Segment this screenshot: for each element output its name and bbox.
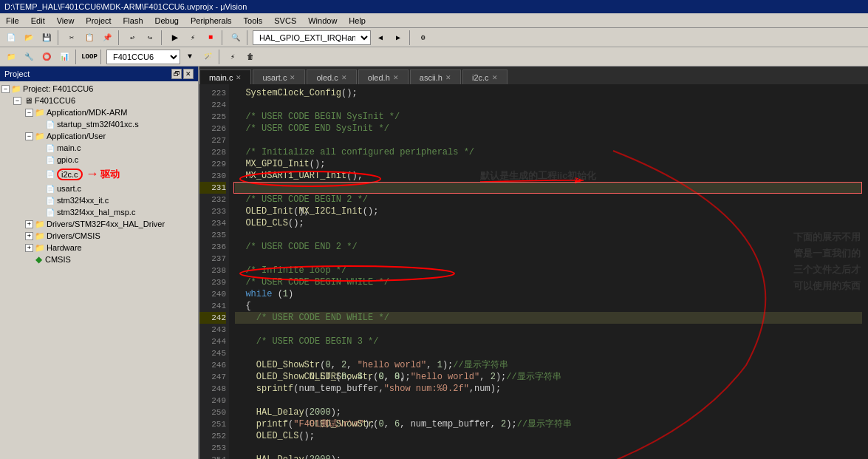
tab-oled-h[interactable]: oled.h ✕ [358,69,409,84]
erase-btn[interactable]: 🗑 [242,49,259,65]
tree-item-startup[interactable]: 📄 startup_stm32f401xc.s [1,118,197,130]
tree-label-user: Application/User [47,132,106,140]
sep2 [118,30,121,45]
tab-main-c-close[interactable]: ✕ [236,74,242,81]
tree-toggle-hal[interactable]: + [25,220,33,228]
tab-oled-c-close[interactable]: ✕ [341,74,347,81]
tree-item-mdk[interactable]: − 📁 Application/MDK-ARM [1,106,197,118]
tree-item-hardware[interactable]: + 📁 Hardware [1,242,197,254]
tree-item-hal[interactable]: + 📁 Drivers/STM32F4xx_HAL_Driver [1,218,197,230]
tree-toggle-root[interactable]: − [1,85,10,93]
undo-btn[interactable]: ↩ [124,30,140,46]
tree-label-cmsis: CMSIS [45,255,71,264]
new-btn[interactable]: 📄 [3,30,19,46]
project-dropdown[interactable]: F401CCU6 [106,50,180,64]
menu-item-edit[interactable]: Edit [25,15,51,27]
debug-btn[interactable]: 🔍 [228,30,244,46]
tab-i2c-c[interactable]: i2c.c ✕ [462,69,508,84]
tree-item-cmsis[interactable]: ◆ CMSIS [1,254,197,265]
tab-ascii-h[interactable]: ascii.h ✕ [410,69,461,84]
tree-label-usart: usart.c [57,184,81,193]
tab-main-c[interactable]: main.c ✕ [199,69,251,84]
code-content[interactable]: SystemClock_Config(); /* USER CODE BEGIN… [229,84,868,459]
t2-btn1[interactable]: 📁 [3,49,19,65]
open-btn[interactable]: 📂 [21,30,37,46]
tab-usart-c[interactable]: usart.c ✕ [253,69,305,84]
function-dropdown[interactable]: HAL_GPIO_EXTI_IRQHand▼ [253,30,371,45]
tree-toggle-f401[interactable]: − [13,97,21,105]
code-line-235 [235,229,862,241]
tree-item-main[interactable]: 📄 main.c [1,142,197,154]
tree-toggle-mdk[interactable]: − [25,109,33,117]
menu-item-flash[interactable]: Flash [117,15,149,27]
tree-label-i2c: i2c.c [61,170,78,179]
t2-btn2[interactable]: 🔧 [21,49,37,65]
settings2-btn[interactable]: ▼ [182,49,198,65]
menu-item-file[interactable]: File [0,15,25,27]
tree-toggle-hardware[interactable]: + [25,244,33,252]
file-gpio-icon: 📄 [45,154,55,165]
tree-item-cmsis-driver[interactable]: + 📁 Drivers/CMSIS [1,230,197,242]
menu-item-tools[interactable]: Tools [238,15,269,27]
tab-usart-c-close[interactable]: ✕ [290,74,295,81]
code-line-229: MX_GPIO_Init(); [235,158,862,170]
project-close-btn[interactable]: ✕ [183,69,194,79]
tree-item-msp[interactable]: 📄 stm32f4xx_hal_msp.c [1,206,197,218]
tab-ascii-h-close[interactable]: ✕ [445,74,451,81]
code-line-237 [235,253,862,265]
menu-item-view[interactable]: View [51,15,81,27]
rebuild-btn[interactable]: ⚡ [185,30,201,46]
menu-item-window[interactable]: Window [302,15,343,27]
menu-item-debug[interactable]: Debug [149,15,185,27]
tree-item-project-root[interactable]: − 📁 Project: F401CCU6 [1,83,197,95]
tree-toggle-user[interactable]: − [25,132,33,140]
paste-btn[interactable]: 📌 [99,30,115,46]
flash-btn[interactable]: ⚡ [225,49,241,65]
copy-btn[interactable]: 📋 [81,30,98,46]
menu-item-peripherals[interactable]: Peripherals [185,15,238,27]
cut-btn[interactable]: ✂ [64,30,80,46]
menu-item-help[interactable]: Help [343,15,372,27]
tab-oled-c[interactable]: oled.c ✕ [307,69,356,84]
t2-btn4[interactable]: 📊 [56,49,72,65]
file-i2c-icon: 📄 [45,169,55,180]
next-btn[interactable]: ▶ [390,30,406,46]
code-line-246: OLED_ShowStr(0, 2, "hello world", 1);//显… [235,359,862,371]
code-line-238: /* Infinite loop */ [235,265,862,276]
file-msp-icon: 📄 [45,207,55,217]
redo-btn[interactable]: ↪ [142,30,158,46]
menu-item-svcs[interactable]: SVCS [268,15,302,27]
line-numbers: 223 224 225 226 227 228 229 230 231 232 … [199,84,229,459]
tab-oled-h-close[interactable]: ✕ [393,74,399,81]
project-restore-btn[interactable]: 🗗 [171,69,182,79]
menu-item-project[interactable]: Project [80,15,117,27]
code-line-254: HAL_Delay(2000); [235,454,862,459]
tree-item-it[interactable]: 📄 stm32f4xx_it.c [1,194,197,206]
file-main-icon: 📄 [45,143,55,153]
tree-item-f401[interactable]: − 🖥 F401CCU6 [1,95,197,106]
tree-item-user[interactable]: − 📁 Application/User [1,130,197,142]
diamond-icon: ◆ [33,254,44,265]
code-line-248: sprintf(num_temp_buffer,"show num:%0.2f"… [235,383,862,395]
tree-item-usart[interactable]: 📄 usart.c [1,183,197,194]
prev-btn[interactable]: ◀ [372,30,389,46]
sep1 [58,30,61,45]
tree-toggle-cmsis-driver[interactable]: + [25,232,33,240]
code-line-251: printf("F401测试\r\n"); [235,418,862,430]
tab-i2c-c-close[interactable]: ✕ [492,74,498,81]
save-btn[interactable]: 💾 [38,30,55,46]
code-line-232: /* USER CODE BEGIN 2 */ [235,194,862,205]
build-btn[interactable]: ▶ [167,30,183,46]
wand-btn[interactable]: 🪄 [199,49,216,65]
tree-item-gpio[interactable]: 📄 gpio.c [1,154,197,166]
tree-item-i2c[interactable]: 📄 i2c.c → 驱动 [1,166,197,183]
code-line-253: ⚠ OLED_DrawBMP(0,0,128,7,BMP2); [235,442,862,454]
loop-btn[interactable]: LOOP [81,49,98,65]
folder-mdk-icon: 📁 [35,107,45,118]
tab-i2c-c-label: i2c.c [472,73,489,82]
settings-btn[interactable]: ⚙ [415,30,431,46]
t2-btn3[interactable]: ⭕ [38,49,55,65]
code-line-231: MX_I2C1_Init(); [235,182,862,194]
tree-label-mdk: Application/MDK-ARM [47,108,127,117]
stop-btn[interactable]: ■ [202,30,219,46]
